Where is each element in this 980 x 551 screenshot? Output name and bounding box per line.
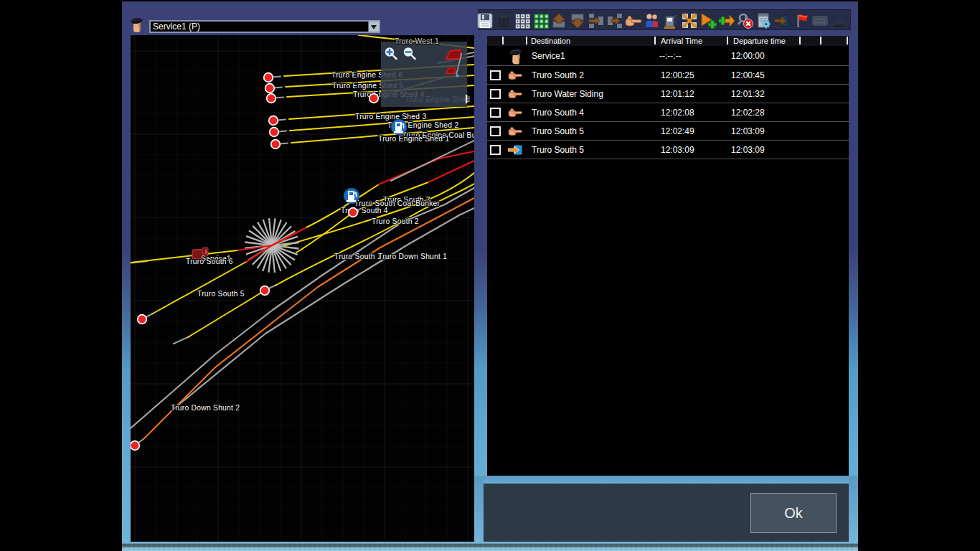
svg-text:Truro South 6: Truro South 6: [186, 258, 233, 265]
svg-text:Truro Down Shunt 2: Truro Down Shunt 2: [171, 404, 240, 412]
svg-text:Truro South 4: Truro South 4: [341, 207, 388, 215]
svg-text:Truro Engine Shed 1: Truro Engine Shed 1: [378, 135, 449, 143]
svg-text:Truro South 1: Truro South 1: [334, 253, 382, 260]
svg-text:Truro Engine Shed 3: Truro Engine Shed 3: [355, 113, 426, 121]
svg-text:Truro South 2: Truro South 2: [372, 217, 419, 225]
svg-text:1: 1: [204, 249, 207, 254]
svg-text:Truro West 1: Truro West 1: [395, 37, 439, 45]
svg-text:Truro Down Shunt 1: Truro Down Shunt 1: [378, 253, 447, 260]
svg-text:Truro South 5: Truro South 5: [197, 290, 245, 298]
